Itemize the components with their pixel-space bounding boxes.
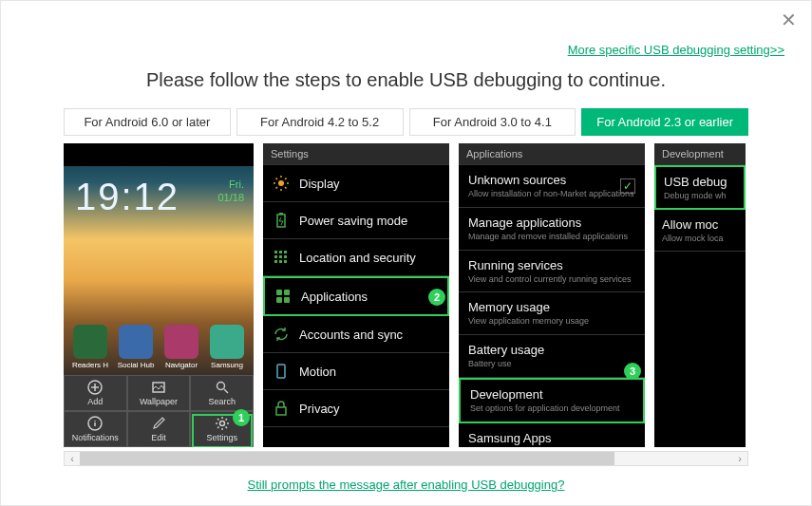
dev-item-mock-locations: Allow mocAllow mock loca (654, 210, 746, 252)
tab-android-4-2[interactable]: For Android 4.2 to 5.2 (236, 108, 404, 136)
search-icon (215, 380, 230, 395)
svg-rect-15 (279, 260, 282, 263)
menu-wallpaper: Wallpaper (127, 375, 191, 411)
svg-rect-19 (276, 297, 282, 303)
screenshot-applications: Applications Unknown sourcesAllow instal… (459, 143, 645, 447)
svg-rect-17 (276, 290, 282, 295)
svg-rect-9 (279, 251, 282, 253)
settings-item-privacy: Privacy (263, 390, 449, 427)
svg-rect-11 (274, 255, 277, 258)
settings-item-applications: Applications (263, 276, 449, 316)
svg-rect-13 (284, 255, 287, 258)
dev-item-usb-debugging: USB debugDebug mode wh (654, 165, 746, 210)
step-badge-3: 3 (624, 363, 641, 380)
lock-icon (273, 400, 290, 417)
status-bar (64, 143, 254, 166)
scroll-track[interactable] (80, 452, 732, 465)
svg-rect-12 (279, 255, 282, 258)
phone-icon (273, 363, 290, 380)
plus-icon (87, 380, 103, 395)
app-icon: Social Hub (115, 325, 157, 369)
svg-rect-18 (284, 290, 290, 295)
development-header: Development (654, 143, 746, 165)
svg-point-5 (278, 180, 284, 186)
screenshot-development: Development USB debugDebug mode wh Allow… (654, 143, 746, 447)
usb-debugging-dialog: More specific USB debugging setting>> Pl… (0, 0, 812, 506)
settings-item-motion: Motion (263, 353, 449, 390)
pencil-icon (151, 416, 166, 431)
app-item-development: DevelopmentSet options for application d… (459, 378, 645, 423)
home-options-menu: Add Wallpaper Search Notifications Edit … (64, 375, 254, 447)
dialog-heading: Please follow the steps to enable USB de… (1, 69, 811, 91)
app-item-samsung: Samsung AppsSet notification for new app… (459, 423, 645, 447)
instruction-screenshots: 19:12 Fri. 01/18 Readers H Social Hub Na… (64, 143, 748, 447)
app-item-manage: Manage applicationsManage and remove ins… (459, 208, 645, 251)
brightness-icon (273, 175, 290, 192)
step-badge-1: 1 (233, 409, 250, 426)
svg-point-2 (217, 383, 224, 390)
svg-rect-7 (279, 213, 283, 215)
date-widget: Fri. 01/18 (217, 178, 244, 205)
screenshot-home: 19:12 Fri. 01/18 Readers H Social Hub Na… (64, 143, 254, 447)
still-prompts-link[interactable]: Still prompts the message after enabling… (248, 478, 565, 492)
screenshot-settings: Settings Display Power saving mode Locat… (263, 143, 449, 447)
app-icon: Navigator (161, 325, 202, 369)
svg-point-4 (219, 422, 224, 426)
scroll-left-icon[interactable]: ‹ (65, 452, 80, 465)
settings-item-power: Power saving mode (263, 202, 449, 239)
menu-add: Add (64, 375, 127, 411)
svg-rect-21 (277, 365, 285, 378)
settings-item-accounts: Accounts and sync (263, 316, 449, 353)
svg-rect-22 (276, 407, 286, 415)
applications-header: Applications (459, 143, 645, 165)
app-icon: Readers H (69, 325, 111, 369)
tab-android-6[interactable]: For Android 6.0 or later (64, 108, 231, 136)
tab-android-3[interactable]: For Android 3.0 to 4.1 (409, 108, 576, 136)
close-icon[interactable] (779, 10, 798, 29)
more-specific-link[interactable]: More specific USB debugging setting>> (568, 43, 784, 57)
scroll-thumb[interactable] (80, 452, 614, 465)
svg-rect-20 (284, 297, 290, 303)
tab-android-2-3[interactable]: For Android 2.3 or earlier (581, 108, 748, 136)
svg-rect-16 (284, 260, 287, 263)
picture-icon (151, 380, 166, 395)
gear-icon (215, 416, 230, 431)
settings-item-display: Display (263, 165, 449, 202)
sync-icon (273, 326, 290, 343)
home-apps-row: Readers H Social Hub Navigator Samsung (64, 325, 254, 373)
grid-icon (273, 249, 290, 266)
menu-edit: Edit (127, 411, 191, 447)
svg-rect-10 (284, 251, 287, 253)
apps-icon (274, 288, 292, 305)
android-version-tabs: For Android 6.0 or later For Android 4.2… (64, 108, 748, 136)
app-item-memory: Memory usageView application memory usag… (459, 292, 645, 335)
app-item-running: Running servicesView and control current… (459, 251, 645, 293)
info-icon (87, 416, 103, 431)
checkbox-icon: ✓ (620, 178, 635, 194)
step-badge-2: 2 (428, 289, 445, 306)
app-item-unknown-sources: Unknown sourcesAllow installation of non… (459, 165, 645, 208)
settings-item-location: Location and security (263, 239, 449, 276)
horizontal-scrollbar[interactable]: ‹ › (64, 451, 748, 466)
menu-search: Search (190, 375, 254, 411)
clock-widget: 19:12 (75, 176, 179, 218)
menu-notifications: Notifications (64, 411, 127, 447)
scroll-right-icon[interactable]: › (732, 452, 747, 465)
app-icon: Samsung (206, 325, 248, 369)
settings-header: Settings (263, 143, 449, 165)
home-wallpaper: 19:12 Fri. 01/18 Readers H Social Hub Na… (64, 166, 254, 375)
svg-rect-8 (274, 251, 277, 253)
battery-icon (273, 212, 290, 229)
app-item-battery: Battery usageBattery use (459, 335, 645, 378)
svg-rect-14 (274, 260, 277, 263)
